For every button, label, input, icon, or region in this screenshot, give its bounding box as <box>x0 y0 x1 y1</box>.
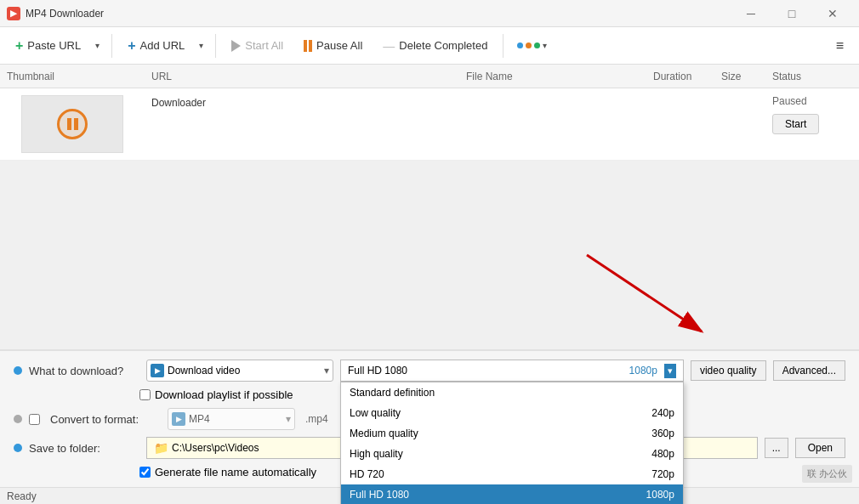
dot-3 <box>534 42 540 48</box>
separator-3 <box>503 34 503 58</box>
paste-url-label: Paste URL <box>27 39 81 52</box>
toolbar: + Paste URL ▾ + Add URL ▾ Start All Paus… <box>0 27 859 65</box>
status-text: Ready <box>7 490 37 502</box>
quality-fullhd-res: 1080p <box>646 489 674 501</box>
separator-1 <box>111 34 112 58</box>
folder-path: C:\Users\pc\Videos <box>172 442 259 454</box>
paste-url-dropdown[interactable]: ▾ <box>89 36 105 56</box>
quality-option-high[interactable]: High quality 480p <box>341 444 683 464</box>
video-quality-button[interactable]: video quality <box>691 360 766 381</box>
size-cell <box>714 88 765 160</box>
browse-button[interactable]: ... <box>765 438 788 458</box>
download-type-chevron: ▾ <box>324 365 329 377</box>
download-type-select[interactable]: ▶ Download video ▾ <box>146 360 333 382</box>
table-row: Downloader Paused Start <box>0 88 859 161</box>
convert-format-select[interactable]: ▶ MP4 ▾ <box>168 408 295 430</box>
convert-label: Convert to format: <box>50 413 161 426</box>
quality-select[interactable]: Full HD 1080 1080p ▾ <box>340 360 684 382</box>
filename-cell <box>459 88 646 160</box>
convert-ext: .mp4 <box>305 413 328 425</box>
add-url-dropdown[interactable]: ▾ <box>193 36 208 56</box>
quality-option-hd720[interactable]: HD 720 720p <box>341 464 683 484</box>
add-icon: + <box>128 38 135 54</box>
close-button[interactable]: ✕ <box>813 0 852 27</box>
th-url: URL <box>145 71 459 82</box>
bullet-1 <box>14 366 22 375</box>
window-title: MP4 Downloader <box>26 8 731 20</box>
paste-url-group: + Paste URL ▾ <box>7 34 105 58</box>
auto-name-label: Generate file name automatically <box>155 466 316 479</box>
quality-option-medium[interactable]: Medium quality 360p <box>341 423 683 444</box>
quality-hd720-res: 720p <box>651 468 674 480</box>
th-duration: Duration <box>646 71 714 82</box>
content-spacer <box>0 161 859 263</box>
convert-chevron: ▾ <box>286 413 291 425</box>
convert-format-value: MP4 <box>189 413 210 425</box>
bottom-panel: What to download? ▶ Download video ▾ Ful… <box>0 349 859 487</box>
status-text: Paused <box>772 95 807 107</box>
add-url-group: + Add URL ▾ <box>119 34 208 58</box>
save-folder-label: Save to folder: <box>29 442 139 455</box>
th-filename: File Name <box>459 71 646 82</box>
add-url-button[interactable]: + Add URL <box>119 34 193 58</box>
auto-name-checkbox[interactable] <box>139 467 151 478</box>
convert-checkbox[interactable] <box>29 414 40 425</box>
quality-right: 1080p ▾ <box>629 364 676 378</box>
open-folder-button[interactable]: Open <box>795 438 845 458</box>
what-to-download-label: What to download? <box>29 365 139 377</box>
row-url: Downloader <box>151 97 206 109</box>
th-status: Status <box>765 71 859 82</box>
quality-low-res: 240p <box>651 407 674 419</box>
th-size: Size <box>714 71 765 82</box>
pause-bars-icon <box>67 118 78 130</box>
bullet-3 <box>14 444 22 452</box>
download-type-value: Download video <box>168 365 240 377</box>
title-bar: ▶ MP4 Downloader ─ □ ✕ <box>0 0 859 27</box>
plus-icon: + <box>15 38 23 54</box>
what-to-download-row: What to download? ▶ Download video ▾ Ful… <box>14 360 845 382</box>
svg-line-1 <box>587 255 702 331</box>
watermark: 联 办公伙 <box>802 465 852 483</box>
folder-icon: 📁 <box>154 441 168 455</box>
quality-hd720-label: HD 720 <box>350 468 384 480</box>
quality-select-container: Full HD 1080 1080p ▾ Standard definition… <box>340 360 684 382</box>
mp4-icon: ▶ <box>172 412 185 426</box>
quality-low-label: Low quality <box>350 407 401 419</box>
start-row-button[interactable]: Start <box>772 114 819 134</box>
quality-medium-label: Medium quality <box>350 428 418 439</box>
advanced-button[interactable]: Advanced... <box>773 360 845 381</box>
duration-cell <box>646 88 714 160</box>
paste-url-button[interactable]: + Paste URL <box>7 34 89 58</box>
app-icon: ▶ <box>7 7 20 20</box>
playlist-checkbox[interactable] <box>139 389 151 400</box>
window-controls: ─ □ ✕ <box>731 0 852 27</box>
quality-high-label: High quality <box>350 448 403 460</box>
quality-medium-res: 360p <box>651 428 674 439</box>
th-thumbnail: Thumbnail <box>0 71 145 82</box>
quality-option-standard[interactable]: Standard definition <box>341 382 683 403</box>
minimize-button[interactable]: ─ <box>731 0 771 27</box>
download-video-icon: ▶ <box>151 364 164 377</box>
quality-dropdown: Standard definition Low quality 240p Med… <box>340 382 684 504</box>
start-icon <box>231 40 241 52</box>
add-url-label: Add URL <box>140 39 185 52</box>
hamburger-menu-button[interactable]: ≡ <box>828 34 852 58</box>
quality-high-res: 480p <box>651 448 674 460</box>
quality-fullhd-label: Full HD 1080 <box>350 489 409 501</box>
delete-completed-button[interactable]: — Delete Completed <box>374 35 496 57</box>
table-header: Thumbnail URL File Name Duration Size St… <box>0 65 859 88</box>
playlist-label: Download playlist if possible <box>155 388 293 401</box>
start-all-button[interactable]: Start All <box>223 35 292 56</box>
quality-dropdown-btn[interactable]: ▾ <box>664 364 676 378</box>
quality-option-fullhd[interactable]: Full HD 1080 1080p <box>341 484 683 504</box>
pause-all-button[interactable]: Pause All <box>295 35 371 56</box>
dots-menu-button[interactable]: ▾ <box>510 37 554 54</box>
thumbnail-cell <box>0 88 145 160</box>
start-all-label: Start All <box>245 39 283 52</box>
delete-icon: — <box>383 39 395 53</box>
bullet-2 <box>14 415 22 423</box>
quality-option-low[interactable]: Low quality 240p <box>341 403 683 423</box>
dot-1 <box>517 42 523 48</box>
maximize-button[interactable]: □ <box>772 0 811 27</box>
pause-icon <box>304 40 312 52</box>
